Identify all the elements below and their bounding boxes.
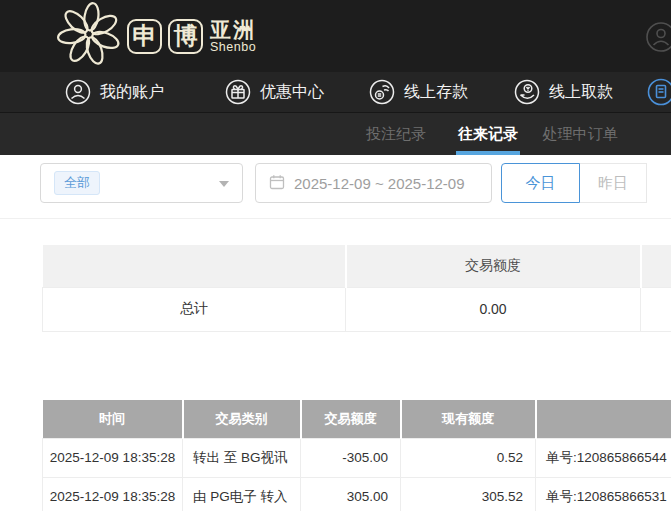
calendar-icon xyxy=(269,174,285,193)
cell-amount: 305.00 xyxy=(301,477,401,511)
cell-type: 转出 至 BG视讯 xyxy=(183,438,301,477)
filter-bar: 全部 2025-12-09 ~ 2025-12-09 今日 昨日 xyxy=(0,155,671,219)
chevron-down-icon xyxy=(219,181,229,187)
tab-transaction-records[interactable]: 往来记录 xyxy=(456,113,520,155)
cell-amount: -305.00 xyxy=(301,438,401,477)
summary-header-row: 交易额度 xyxy=(43,245,671,287)
logo-char-bo: 博 xyxy=(168,19,203,54)
tab-label: 处理中订单 xyxy=(543,125,618,142)
gift-circle-icon xyxy=(225,79,251,105)
top-header: 申 博 亚洲 Shenbo xyxy=(0,0,671,72)
summary-table: 交易额度 总计 0.00 xyxy=(42,245,671,332)
col-time: 时间 xyxy=(43,400,183,438)
tab-betting-records[interactable]: 投注纪录 xyxy=(365,113,427,155)
yesterday-button[interactable]: 昨日 xyxy=(580,163,647,203)
col-type: 交易类别 xyxy=(183,400,301,438)
today-button[interactable]: 今日 xyxy=(501,163,580,203)
nav-item-label: 线上存款 xyxy=(404,82,468,103)
tab-label: 投注纪录 xyxy=(366,125,426,142)
date-range-value: 2025-12-09 ~ 2025-12-09 xyxy=(294,175,465,192)
withdraw-coin-icon xyxy=(514,79,540,105)
user-circle-icon xyxy=(65,79,91,105)
cell-order: 单号:120865866531 xyxy=(536,477,671,511)
date-range-picker[interactable]: 2025-12-09 ~ 2025-12-09 xyxy=(255,163,492,203)
nav-item-label: 优惠中心 xyxy=(260,82,324,103)
summary-col-amount: 交易额度 xyxy=(346,245,641,287)
logo-char-shen: 申 xyxy=(127,19,162,54)
records-table: 时间 交易类别 交易额度 现有额度 2025-12-09 18:35:28 转出… xyxy=(42,400,671,511)
col-balance: 现有额度 xyxy=(401,400,536,438)
col-order xyxy=(536,400,671,438)
cell-balance: 0.52 xyxy=(401,438,536,477)
nav-item-promotions[interactable]: 优惠中心 xyxy=(225,72,324,112)
summary-col-empty xyxy=(43,245,346,287)
logo-region-text: 亚洲 xyxy=(210,18,256,41)
transfer-record-icon[interactable] xyxy=(647,78,671,106)
logo-subtitle: Shenbo xyxy=(210,41,256,54)
brand-logo[interactable]: 申 博 亚洲 Shenbo xyxy=(57,3,256,69)
nav-item-label: 我的账户 xyxy=(100,82,164,103)
summary-total-value: 0.00 xyxy=(346,287,641,331)
table-row: 2025-12-09 18:35:28 由 PG电子 转入 305.00 305… xyxy=(43,477,671,511)
main-nav: 我的账户 优惠中心 线上存款 xyxy=(0,72,671,113)
table-row: 2025-12-09 18:35:28 转出 至 BG视讯 -305.00 0.… xyxy=(43,438,671,477)
cell-order: 单号:120865866544 xyxy=(536,438,671,477)
type-filter-select[interactable]: 全部 xyxy=(40,163,243,203)
records-header-row: 时间 交易类别 交易额度 现有额度 xyxy=(43,400,671,438)
quick-date-buttons: 今日 昨日 xyxy=(501,163,647,203)
record-tabs: 投注纪录 往来记录 处理中订单 xyxy=(0,113,671,155)
flower-logo-icon xyxy=(57,2,121,70)
avatar-icon[interactable] xyxy=(645,21,671,53)
cell-type: 由 PG电子 转入 xyxy=(183,477,301,511)
nav-item-label: 线上取款 xyxy=(549,82,613,103)
summary-col-clipped xyxy=(641,245,671,287)
cell-time: 2025-12-09 18:35:28 xyxy=(43,438,183,477)
nav-item-withdraw[interactable]: 线上取款 xyxy=(514,72,613,112)
summary-total-label: 总计 xyxy=(43,287,346,331)
col-amount: 交易额度 xyxy=(301,400,401,438)
tab-label: 往来记录 xyxy=(458,125,518,142)
tab-processing-orders[interactable]: 处理中订单 xyxy=(541,113,619,155)
summary-cell-clipped xyxy=(641,287,671,331)
cell-balance: 305.52 xyxy=(401,477,536,511)
summary-total-row: 总计 0.00 xyxy=(43,287,671,331)
deposit-coin-icon xyxy=(369,79,395,105)
selected-type-chip[interactable]: 全部 xyxy=(54,171,100,195)
page: 申 博 亚洲 Shenbo 我的账户 xyxy=(0,0,671,511)
nav-item-my-account[interactable]: 我的账户 xyxy=(65,72,164,112)
nav-item-deposit[interactable]: 线上存款 xyxy=(369,72,468,112)
cell-time: 2025-12-09 18:35:28 xyxy=(43,477,183,511)
